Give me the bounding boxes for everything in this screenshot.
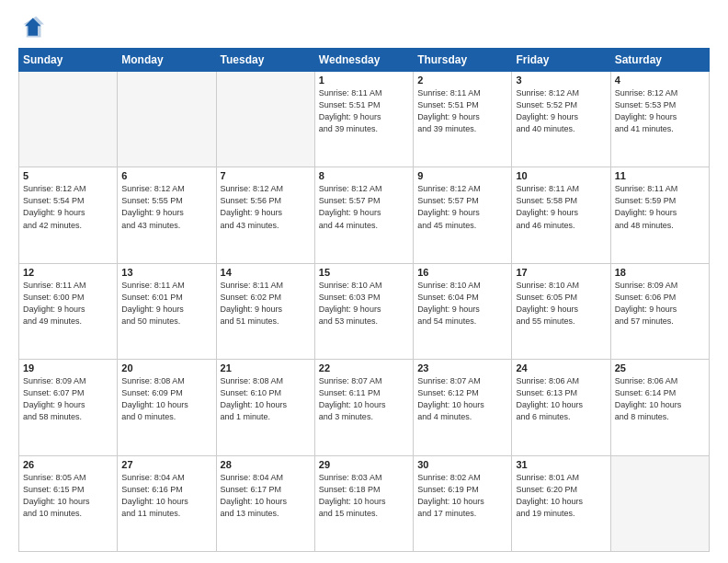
calendar-cell: 17Sunrise: 8:10 AM Sunset: 6:05 PM Dayli… [512, 263, 610, 359]
logo-icon [18, 15, 44, 40]
calendar-cell: 5Sunrise: 8:12 AM Sunset: 5:54 PM Daylig… [19, 167, 118, 263]
calendar-cell [118, 72, 216, 167]
calendar-week-row: 1Sunrise: 8:11 AM Sunset: 5:51 PM Daylig… [19, 72, 710, 167]
day-info: Sunrise: 8:12 AM Sunset: 5:55 PM Dayligh… [121, 183, 211, 231]
calendar-cell: 16Sunrise: 8:10 AM Sunset: 6:04 PM Dayli… [414, 263, 512, 359]
weekday-header: Saturday [610, 49, 709, 72]
calendar-cell: 6Sunrise: 8:12 AM Sunset: 5:55 PM Daylig… [118, 167, 216, 263]
day-info: Sunrise: 8:11 AM Sunset: 6:01 PM Dayligh… [121, 280, 211, 327]
calendar-week-row: 26Sunrise: 8:05 AM Sunset: 6:15 PM Dayli… [19, 455, 710, 551]
calendar-cell: 28Sunrise: 8:04 AM Sunset: 6:17 PM Dayli… [216, 455, 314, 551]
weekday-header: Tuesday [216, 49, 314, 72]
day-info: Sunrise: 8:11 AM Sunset: 5:58 PM Dayligh… [516, 183, 606, 231]
calendar-cell: 1Sunrise: 8:11 AM Sunset: 5:51 PM Daylig… [314, 72, 413, 167]
day-number: 20 [121, 362, 211, 373]
day-info: Sunrise: 8:08 AM Sunset: 6:09 PM Dayligh… [121, 375, 211, 423]
day-info: Sunrise: 8:12 AM Sunset: 5:52 PM Dayligh… [516, 87, 606, 135]
day-number: 25 [615, 362, 705, 373]
calendar-cell: 27Sunrise: 8:04 AM Sunset: 6:16 PM Dayli… [118, 455, 216, 551]
day-info: Sunrise: 8:03 AM Sunset: 6:18 PM Dayligh… [319, 472, 409, 520]
day-info: Sunrise: 8:02 AM Sunset: 6:19 PM Dayligh… [417, 472, 507, 520]
calendar-cell: 8Sunrise: 8:12 AM Sunset: 5:57 PM Daylig… [314, 167, 413, 263]
day-info: Sunrise: 8:09 AM Sunset: 6:06 PM Dayligh… [615, 280, 705, 327]
calendar-cell: 24Sunrise: 8:06 AM Sunset: 6:13 PM Dayli… [512, 360, 610, 455]
calendar-cell: 20Sunrise: 8:08 AM Sunset: 6:09 PM Dayli… [118, 360, 216, 455]
weekday-header: Wednesday [314, 49, 413, 72]
day-number: 14 [221, 267, 311, 278]
day-number: 23 [417, 362, 507, 373]
day-info: Sunrise: 8:12 AM Sunset: 5:56 PM Dayligh… [221, 183, 311, 231]
calendar-cell: 7Sunrise: 8:12 AM Sunset: 5:56 PM Daylig… [216, 167, 314, 263]
day-number: 6 [121, 170, 211, 181]
day-number: 4 [615, 75, 705, 86]
calendar-cell: 23Sunrise: 8:07 AM Sunset: 6:12 PM Dayli… [414, 360, 512, 455]
calendar-cell: 19Sunrise: 8:09 AM Sunset: 6:07 PM Dayli… [19, 360, 118, 455]
day-info: Sunrise: 8:12 AM Sunset: 5:54 PM Dayligh… [23, 183, 113, 231]
day-info: Sunrise: 8:11 AM Sunset: 5:59 PM Dayligh… [615, 183, 705, 231]
weekday-header: Friday [512, 49, 610, 72]
day-number: 10 [516, 170, 606, 181]
calendar-cell: 21Sunrise: 8:08 AM Sunset: 6:10 PM Dayli… [216, 360, 314, 455]
day-info: Sunrise: 8:11 AM Sunset: 5:51 PM Dayligh… [319, 87, 409, 135]
day-info: Sunrise: 8:12 AM Sunset: 5:57 PM Dayligh… [319, 183, 409, 231]
day-info: Sunrise: 8:10 AM Sunset: 6:03 PM Dayligh… [319, 280, 409, 327]
calendar-week-row: 12Sunrise: 8:11 AM Sunset: 6:00 PM Dayli… [19, 263, 710, 359]
day-number: 7 [221, 170, 311, 181]
day-number: 3 [516, 75, 606, 86]
day-number: 30 [417, 459, 507, 470]
calendar-week-row: 5Sunrise: 8:12 AM Sunset: 5:54 PM Daylig… [19, 167, 710, 263]
weekday-header: Thursday [414, 49, 512, 72]
day-number: 26 [23, 459, 113, 470]
calendar-table: SundayMondayTuesdayWednesdayThursdayFrid… [18, 48, 710, 552]
calendar-cell: 15Sunrise: 8:10 AM Sunset: 6:03 PM Dayli… [314, 263, 413, 359]
calendar-cell: 25Sunrise: 8:06 AM Sunset: 6:14 PM Dayli… [610, 360, 709, 455]
day-info: Sunrise: 8:12 AM Sunset: 5:57 PM Dayligh… [417, 183, 507, 231]
day-number: 9 [417, 170, 507, 181]
calendar-cell: 4Sunrise: 8:12 AM Sunset: 5:53 PM Daylig… [610, 72, 709, 167]
day-number: 21 [221, 362, 311, 373]
day-number: 31 [516, 459, 606, 470]
calendar-cell: 3Sunrise: 8:12 AM Sunset: 5:52 PM Daylig… [512, 72, 610, 167]
day-number: 18 [615, 267, 705, 278]
calendar-header-row: SundayMondayTuesdayWednesdayThursdayFrid… [19, 49, 710, 72]
day-info: Sunrise: 8:06 AM Sunset: 6:13 PM Dayligh… [516, 375, 606, 423]
day-number: 5 [23, 170, 113, 181]
weekday-header: Monday [118, 49, 216, 72]
calendar-cell: 12Sunrise: 8:11 AM Sunset: 6:00 PM Dayli… [19, 263, 118, 359]
calendar-week-row: 19Sunrise: 8:09 AM Sunset: 6:07 PM Dayli… [19, 360, 710, 455]
day-info: Sunrise: 8:11 AM Sunset: 6:02 PM Dayligh… [221, 280, 311, 327]
day-info: Sunrise: 8:06 AM Sunset: 6:14 PM Dayligh… [615, 375, 705, 423]
day-number: 13 [121, 267, 211, 278]
calendar-cell: 26Sunrise: 8:05 AM Sunset: 6:15 PM Dayli… [19, 455, 118, 551]
calendar-cell: 31Sunrise: 8:01 AM Sunset: 6:20 PM Dayli… [512, 455, 610, 551]
day-number: 11 [615, 170, 705, 181]
day-number: 12 [23, 267, 113, 278]
day-number: 28 [221, 459, 311, 470]
day-number: 24 [516, 362, 606, 373]
calendar-cell: 10Sunrise: 8:11 AM Sunset: 5:58 PM Dayli… [512, 167, 610, 263]
day-info: Sunrise: 8:07 AM Sunset: 6:12 PM Dayligh… [417, 375, 507, 423]
calendar-cell [19, 72, 118, 167]
calendar-cell [610, 455, 709, 551]
day-number: 22 [319, 362, 409, 373]
weekday-header: Sunday [19, 49, 118, 72]
day-number: 1 [319, 75, 409, 86]
day-number: 29 [319, 459, 409, 470]
calendar-cell: 14Sunrise: 8:11 AM Sunset: 6:02 PM Dayli… [216, 263, 314, 359]
day-info: Sunrise: 8:10 AM Sunset: 6:04 PM Dayligh… [417, 280, 507, 327]
calendar-cell: 29Sunrise: 8:03 AM Sunset: 6:18 PM Dayli… [314, 455, 413, 551]
day-number: 16 [417, 267, 507, 278]
day-info: Sunrise: 8:12 AM Sunset: 5:53 PM Dayligh… [615, 87, 705, 135]
day-number: 8 [319, 170, 409, 181]
calendar-cell: 9Sunrise: 8:12 AM Sunset: 5:57 PM Daylig… [414, 167, 512, 263]
day-number: 2 [417, 75, 507, 86]
calendar-cell: 30Sunrise: 8:02 AM Sunset: 6:19 PM Dayli… [414, 455, 512, 551]
calendar-cell: 2Sunrise: 8:11 AM Sunset: 5:51 PM Daylig… [414, 72, 512, 167]
day-info: Sunrise: 8:11 AM Sunset: 5:51 PM Dayligh… [417, 87, 507, 135]
day-info: Sunrise: 8:08 AM Sunset: 6:10 PM Dayligh… [221, 375, 311, 423]
calendar-cell [216, 72, 314, 167]
calendar-cell: 18Sunrise: 8:09 AM Sunset: 6:06 PM Dayli… [610, 263, 709, 359]
day-info: Sunrise: 8:01 AM Sunset: 6:20 PM Dayligh… [516, 472, 606, 520]
day-info: Sunrise: 8:07 AM Sunset: 6:11 PM Dayligh… [319, 375, 409, 423]
header [18, 15, 710, 40]
